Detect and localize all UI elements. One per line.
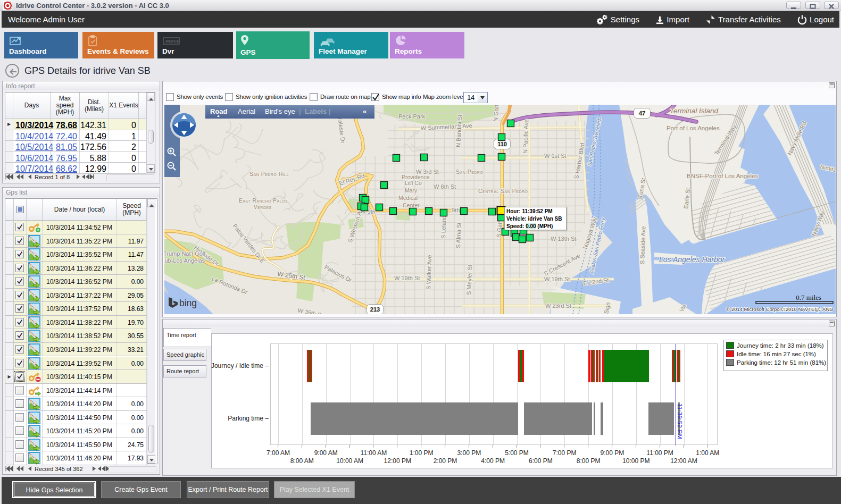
svg-text:N Bandini St: N Bandini St bbox=[455, 114, 463, 147]
svg-text:MERGE: MERGE bbox=[165, 39, 179, 43]
svg-text:lub-Los Angelas: lub-Los Angelas bbox=[164, 257, 205, 264]
svg-text:Trump Nat'l Golf: Trump Nat'l Golf bbox=[164, 250, 206, 257]
svg-text:San Pedro: San Pedro bbox=[456, 169, 483, 175]
svg-text:47: 47 bbox=[639, 110, 645, 116]
svg-text:S Leland: S Leland bbox=[440, 215, 447, 239]
svg-text:Lit'l Co: Lit'l Co bbox=[405, 180, 422, 186]
svg-text:S Walker Ave: S Walker Ave bbox=[425, 255, 432, 290]
svg-text:San Pedro Hill: San Pedro Hill bbox=[249, 171, 289, 177]
svg-text:W 35th S: W 35th S bbox=[297, 307, 322, 314]
svg-text:0.7 miles: 0.7 miles bbox=[796, 293, 821, 301]
svg-text:W 6th St: W 6th St bbox=[434, 183, 456, 190]
svg-text:Port of Los Angeles: Port of Los Angeles bbox=[667, 125, 720, 131]
svg-text:W 19th St: W 19th St bbox=[544, 276, 570, 282]
svg-text:East Rancho Palos: East Rancho Palos bbox=[239, 198, 288, 204]
svg-text:La Rotonda Dr: La Rotonda Dr bbox=[211, 275, 248, 296]
svg-text:BNSF-Port of Los Angeles: BNSF-Port of Los Angeles bbox=[687, 173, 758, 179]
svg-text:© AND: © AND bbox=[818, 306, 833, 312]
svg-text:W 19th St: W 19th St bbox=[394, 275, 420, 281]
svg-text:Peck Park: Peck Park bbox=[398, 113, 426, 120]
svg-text:W 13th St: W 13th St bbox=[551, 236, 576, 242]
svg-text:Medical: Medical bbox=[398, 195, 418, 201]
svg-text:Terminal Island: Terminal Island bbox=[670, 107, 719, 115]
svg-text:110: 110 bbox=[497, 141, 507, 147]
svg-text:W 1st St: W 1st St bbox=[544, 153, 567, 159]
svg-text:213: 213 bbox=[370, 306, 380, 313]
svg-text:bing: bing bbox=[179, 298, 197, 308]
svg-text:Los Angeles Harbor: Los Angeles Harbor bbox=[659, 255, 726, 264]
svg-text:© 2010 NAVTEQ: © 2010 NAVTEQ bbox=[780, 306, 819, 312]
svg-text:N Pacific Ave: N Pacific Ave bbox=[522, 119, 529, 154]
svg-text:S Alma St: S Alma St bbox=[455, 222, 462, 248]
svg-text:Verdes: Verdes bbox=[254, 204, 272, 210]
svg-text:Record 345 of 362: Record 345 of 362 bbox=[35, 466, 83, 472]
svg-text:W 23rd St: W 23rd St bbox=[545, 303, 571, 309]
svg-text:Central San Pedro: Central San Pedro bbox=[478, 188, 528, 194]
svg-text:Mary: Mary bbox=[405, 187, 418, 194]
svg-text:S Seaside Ave: S Seaside Ave bbox=[639, 226, 646, 264]
svg-text:S Meyler St: S Meyler St bbox=[465, 265, 473, 295]
svg-text:Center: Center bbox=[403, 202, 420, 208]
svg-text:Record 1 of 8: Record 1 of 8 bbox=[35, 174, 70, 180]
